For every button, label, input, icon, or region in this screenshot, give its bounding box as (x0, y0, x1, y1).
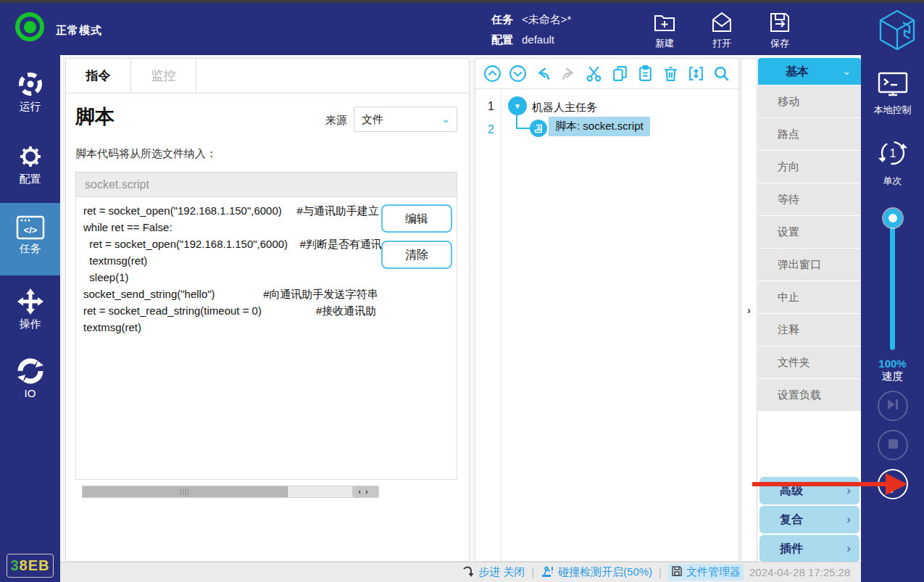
tree-row-script-selected[interactable]: 脚本: socket.script (549, 117, 650, 136)
instr-item-abort[interactable]: 中止 (758, 281, 861, 313)
tree-line-number: 2 (475, 123, 494, 136)
skip-play-icon (886, 399, 899, 413)
instr-category-basic[interactable]: 基本 ⌄ (758, 58, 861, 85)
open-task-label: 打开 (699, 37, 745, 50)
instr-category-advanced[interactable]: 高级› (759, 477, 860, 504)
new-file-icon (641, 10, 688, 35)
instr-category-composite[interactable]: 复合› (759, 506, 860, 533)
source-select[interactable]: 文件 ⌄ (354, 107, 457, 132)
redo-icon[interactable] (559, 65, 578, 83)
script-description: 脚本代码将从所选文件纳入： (75, 147, 217, 161)
source-select-value: 文件 (362, 113, 383, 125)
speed-slider-thumb[interactable] (883, 209, 902, 228)
sidebar-item-io[interactable]: IO (0, 354, 60, 417)
speed-slider-track[interactable] (890, 220, 895, 350)
instr-item-popup[interactable]: 弹出窗口 (758, 249, 861, 280)
collision-detection-text: 碰撞检测开启(50%) (558, 565, 652, 579)
run-target-icon (0, 70, 60, 99)
chevron-right-icon: › (846, 506, 851, 533)
instr-item-payload[interactable]: 设置负载 (758, 379, 861, 411)
clear-button[interactable]: 清除 (381, 241, 452, 269)
script-filename-field[interactable]: socket.script (75, 172, 457, 197)
script-panel: 指令 监控 脚本 来源 文件 ⌄ 脚本代码将从所选文件纳入： socket.sc… (65, 58, 470, 562)
topbar: 正常模式 任务<未命名>* 配置default 新建 打开 保存 (0, 3, 924, 55)
code-line: ret = socket_read_string(timeout = 0) #接… (83, 302, 457, 319)
save-icon (757, 10, 803, 35)
tree-toolbar (475, 59, 738, 89)
single-cycle-icon: 1 (876, 159, 910, 172)
tab-command[interactable]: 指令 (66, 59, 131, 93)
search-icon[interactable] (712, 65, 731, 83)
local-control-button[interactable]: 本地控制 (861, 71, 924, 117)
sidebar-item-operate-label: 操作 (0, 317, 60, 331)
paste-icon[interactable] (636, 65, 654, 83)
mode-label: 正常模式 (56, 24, 102, 38)
step-arrow-icon (462, 565, 475, 580)
chevron-right-icon: › (747, 304, 751, 316)
chevron-down-icon: ⌄ (842, 58, 851, 85)
svg-text:</>: </> (23, 225, 37, 236)
sidebar-item-operate[interactable]: 操作 (0, 284, 60, 348)
step-mode-text: 步进 关闭 (478, 565, 525, 579)
step-mode-status[interactable]: 步进 关闭 (462, 565, 525, 580)
sidebar-item-config[interactable]: 配置 (0, 139, 60, 203)
instr-item-waypoint[interactable]: 路点 (758, 118, 861, 150)
status-code-badge[interactable]: 38EB (7, 554, 54, 578)
stop-button[interactable] (878, 430, 908, 460)
cut-icon[interactable] (585, 65, 604, 83)
instr-category-plugin[interactable]: 插件› (759, 535, 860, 562)
chevron-right-icon: › (846, 535, 851, 562)
speed-value: 100% (861, 357, 924, 370)
edit-button[interactable]: 编辑 (381, 204, 452, 233)
collision-detection-status[interactable]: 碰撞检测开启(50%) (541, 565, 652, 580)
tree-expand-icon[interactable]: ▼ (508, 96, 527, 115)
move-down-icon[interactable] (508, 65, 527, 83)
page-title: 脚本 (75, 104, 115, 130)
instr-item-direction[interactable]: 方向 (758, 151, 861, 183)
stop-icon (888, 438, 899, 452)
source-label: 来源 (325, 114, 347, 128)
instr-composite-label: 复合 (780, 513, 803, 525)
instr-item-set[interactable]: 设置 (758, 216, 861, 248)
undo-icon[interactable] (533, 65, 552, 83)
terminal-icon (876, 88, 910, 101)
chevron-down-icon: ⌄ (441, 107, 450, 131)
script-code-view[interactable]: ret = socket_open("192.168.1.150",6000) … (75, 197, 457, 480)
single-run-button[interactable]: 1 单次 (861, 136, 924, 188)
disk-icon (671, 565, 683, 579)
sidebar-item-task[interactable]: </> 任务 (0, 203, 60, 275)
instr-item-wait[interactable]: 等待 (758, 183, 861, 215)
script-node-icon[interactable] (530, 120, 547, 137)
annotation-arrow (752, 482, 887, 486)
tree-row-root-label[interactable]: 机器人主任务 (532, 101, 597, 115)
code-window-icon: </> (0, 215, 60, 241)
robot-collision-icon (541, 565, 554, 580)
brand-logo-icon (878, 9, 917, 54)
config-label: 配置 (491, 33, 513, 46)
move-up-icon[interactable] (483, 65, 501, 83)
save-task-button[interactable]: 保存 (757, 10, 803, 50)
insert-icon[interactable] (687, 65, 706, 83)
delete-icon[interactable] (662, 65, 680, 83)
play-step-button[interactable] (878, 391, 908, 421)
file-manager-button[interactable]: 文件管理器 (668, 564, 744, 581)
svg-text:1: 1 (889, 147, 896, 159)
code-line: socket_send_string("hello") #向通讯助手发送字符串 (83, 286, 457, 302)
new-task-button[interactable]: 新建 (641, 10, 688, 50)
task-info: 任务<未命名>* 配置default (491, 9, 571, 50)
tab-monitor[interactable]: 监控 (131, 59, 196, 93)
scrollbar-arrow-buttons[interactable]: ‹› (352, 486, 378, 497)
horizontal-scrollbar[interactable]: |||| ‹› (82, 486, 379, 498)
instr-plugin-label: 插件 (780, 542, 803, 554)
chevron-right-icon: › (846, 477, 851, 504)
instr-item-folder[interactable]: 文件夹 (758, 346, 861, 378)
annotation-arrow-head (886, 473, 907, 495)
copy-icon[interactable] (610, 65, 629, 83)
instr-item-move[interactable]: 移动 (758, 86, 861, 117)
open-task-button[interactable]: 打开 (699, 10, 745, 50)
tree-connector (516, 115, 517, 129)
sidebar-item-run[interactable]: 运行 (0, 67, 60, 130)
instr-item-comment[interactable]: 注释 (758, 314, 861, 346)
scrollbar-thumb[interactable]: |||| (83, 486, 288, 497)
scrollbar-track[interactable] (288, 486, 352, 497)
